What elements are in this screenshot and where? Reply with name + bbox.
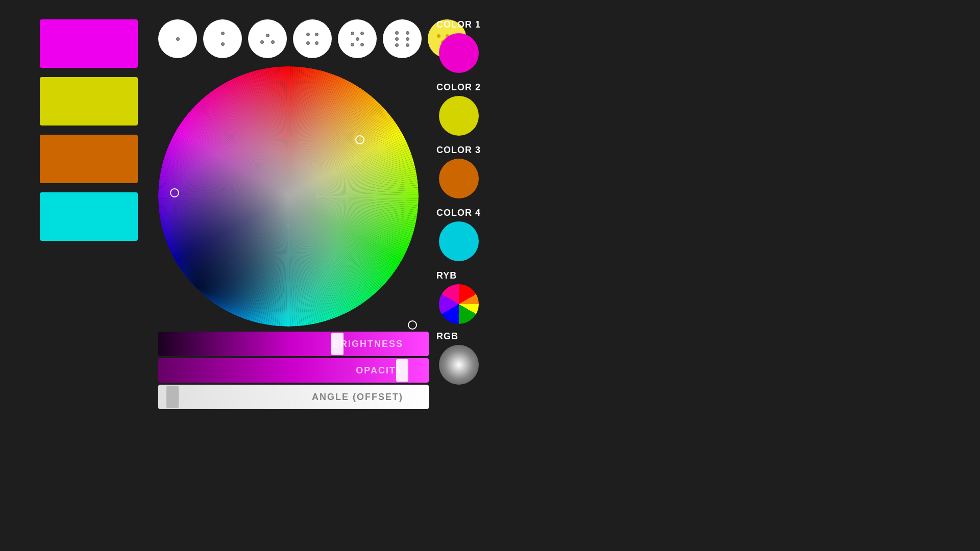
- color-entry-1: COLOR 1: [436, 19, 481, 73]
- ryb-label: RYB: [436, 270, 457, 281]
- wheel-handle-3[interactable]: [408, 320, 417, 330]
- right-panel: COLOR 1 COLOR 2 COLOR 3 COLOR 4 RYB RGB: [436, 19, 481, 392]
- rgb-label: RGB: [436, 331, 458, 342]
- rgb-circle[interactable]: [439, 345, 479, 385]
- color-wheel-container: [158, 66, 419, 327]
- angle-thumb[interactable]: [166, 386, 179, 408]
- sliders-panel: BRIGHTNESS OPACITY ANGLE (OFFSET): [158, 332, 429, 411]
- angle-row: ANGLE (OFFSET): [158, 385, 429, 409]
- swatch-yellow[interactable]: [40, 77, 138, 126]
- wheel-handle-1[interactable]: [355, 135, 364, 144]
- harmony-node-1[interactable]: [158, 19, 197, 58]
- color-entry-3: COLOR 3: [436, 145, 481, 198]
- harmony-node-5[interactable]: [338, 19, 377, 58]
- color1-circle[interactable]: [439, 33, 479, 73]
- swatches-panel: [40, 19, 138, 241]
- brightness-slider[interactable]: BRIGHTNESS: [158, 332, 429, 356]
- color3-circle[interactable]: [439, 159, 479, 198]
- color2-label: COLOR 2: [436, 82, 481, 93]
- ryb-circle[interactable]: [439, 284, 479, 324]
- angle-slider[interactable]: ANGLE (OFFSET): [158, 385, 429, 409]
- color-entry-4: COLOR 4: [436, 208, 481, 261]
- opacity-thumb[interactable]: [396, 359, 408, 382]
- brightness-row: BRIGHTNESS: [158, 332, 429, 356]
- harmony-node-3[interactable]: [248, 19, 287, 58]
- brightness-thumb[interactable]: [331, 333, 344, 355]
- wheel-handle-2[interactable]: [170, 188, 179, 197]
- rgb-mode-section: RGB: [436, 331, 481, 385]
- harmony-node-4[interactable]: [293, 19, 332, 58]
- harmony-nodes: [158, 19, 467, 58]
- opacity-row: OPACITY: [158, 358, 429, 383]
- swatch-cyan[interactable]: [40, 192, 138, 241]
- color3-label: COLOR 3: [436, 145, 481, 156]
- color4-label: COLOR 4: [436, 208, 481, 218]
- color4-circle[interactable]: [439, 221, 479, 261]
- swatch-orange[interactable]: [40, 135, 138, 183]
- harmony-node-2[interactable]: [203, 19, 242, 58]
- opacity-slider[interactable]: OPACITY: [158, 358, 429, 383]
- harmony-node-6[interactable]: [383, 19, 422, 58]
- color-entry-2: COLOR 2: [436, 82, 481, 136]
- color1-label: COLOR 1: [436, 19, 481, 30]
- angle-label: ANGLE (OFFSET): [312, 392, 403, 403]
- ryb-mode-section: RYB: [436, 270, 481, 324]
- color2-circle[interactable]: [439, 96, 479, 136]
- swatch-magenta[interactable]: [40, 19, 138, 68]
- color-wheel[interactable]: [158, 66, 419, 327]
